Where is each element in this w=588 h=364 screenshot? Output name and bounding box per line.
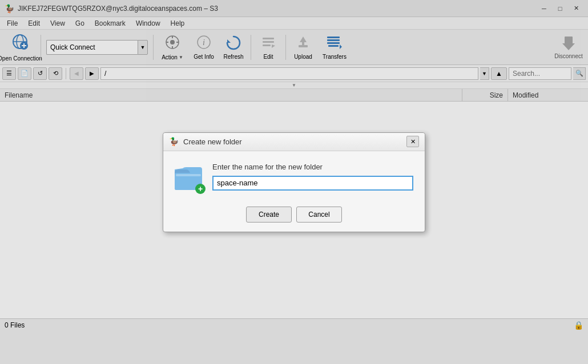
create-button[interactable]: Create [246, 207, 292, 223]
folder-name-input[interactable] [212, 176, 413, 191]
create-folder-dialog: 🦆 Create new folder ✕ + [163, 132, 425, 232]
dialog-close-button[interactable]: ✕ [406, 136, 419, 147]
dialog-label: Enter the name for the new folder [212, 163, 413, 171]
cancel-button[interactable]: Cancel [296, 207, 342, 223]
dialog-title: Create new folder [183, 137, 242, 146]
dialog-folder-icon: + [175, 165, 203, 193]
folder-plus-badge: + [195, 184, 206, 194]
dialog-title-bar: 🦆 Create new folder ✕ [163, 133, 425, 151]
dialog-content: Enter the name for the new folder [212, 163, 413, 191]
dialog-title-icon: 🦆 [169, 137, 179, 146]
svg-rect-32 [176, 174, 201, 176]
dialog-body: + Enter the name for the new folder [163, 151, 425, 202]
dialog-footer: Create Cancel [163, 202, 425, 232]
dialog-overlay: 🦆 Create new folder ✕ + [0, 0, 588, 364]
